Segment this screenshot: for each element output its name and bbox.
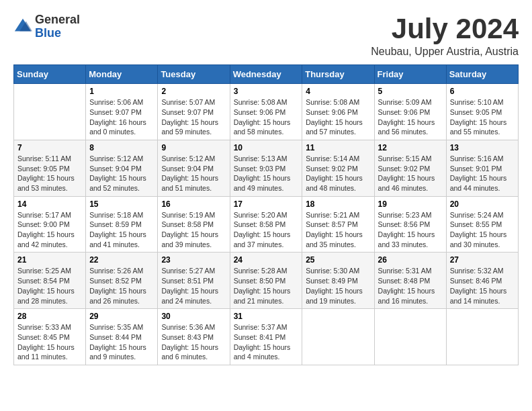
day-info: Sunrise: 5:12 AM Sunset: 9:04 PM Dayligh… [89, 154, 154, 193]
day-number: 16 [161, 199, 226, 209]
calendar-cell: 19Sunrise: 5:23 AM Sunset: 8:56 PM Dayli… [374, 196, 446, 253]
calendar-cell: 28Sunrise: 5:33 AM Sunset: 8:45 PM Dayli… [14, 309, 86, 365]
day-number: 25 [306, 255, 370, 265]
day-info: Sunrise: 5:20 AM Sunset: 8:58 PM Dayligh… [234, 210, 299, 250]
location: Neubau, Upper Austria, Austria [371, 46, 519, 58]
calendar-cell: 15Sunrise: 5:18 AM Sunset: 8:59 PM Dayli… [86, 196, 158, 253]
day-number: 3 [234, 87, 299, 96]
day-info: Sunrise: 5:23 AM Sunset: 8:56 PM Dayligh… [378, 210, 443, 250]
day-number: 4 [306, 87, 370, 96]
day-number: 23 [161, 255, 226, 265]
calendar-cell: 17Sunrise: 5:20 AM Sunset: 8:58 PM Dayli… [230, 196, 302, 253]
calendar-cell [302, 309, 374, 365]
calendar-cell [14, 84, 86, 140]
day-info: Sunrise: 5:19 AM Sunset: 8:58 PM Dayligh… [161, 210, 226, 250]
day-number: 20 [450, 199, 515, 209]
calendar-cell: 23Sunrise: 5:27 AM Sunset: 8:51 PM Dayli… [158, 253, 230, 309]
calendar-cell: 31Sunrise: 5:37 AM Sunset: 8:41 PM Dayli… [230, 309, 302, 365]
calendar-week-4: 21Sunrise: 5:25 AM Sunset: 8:54 PM Dayli… [14, 253, 519, 309]
weekday-header-saturday: Saturday [446, 65, 518, 84]
day-info: Sunrise: 5:32 AM Sunset: 8:46 PM Dayligh… [450, 266, 515, 306]
day-info: Sunrise: 5:09 AM Sunset: 9:06 PM Dayligh… [378, 97, 443, 137]
weekday-header-thursday: Thursday [302, 65, 374, 84]
calendar-cell: 13Sunrise: 5:16 AM Sunset: 9:01 PM Dayli… [446, 140, 518, 196]
day-info: Sunrise: 5:08 AM Sunset: 9:06 PM Dayligh… [234, 97, 299, 137]
day-info: Sunrise: 5:24 AM Sunset: 8:55 PM Dayligh… [450, 210, 515, 250]
weekday-header-row: SundayMondayTuesdayWednesdayThursdayFrid… [14, 65, 519, 84]
weekday-header-tuesday: Tuesday [158, 65, 230, 84]
day-number: 7 [17, 143, 82, 152]
day-info: Sunrise: 5:26 AM Sunset: 8:52 PM Dayligh… [89, 266, 154, 306]
calendar-week-1: 1Sunrise: 5:06 AM Sunset: 9:07 PM Daylig… [14, 84, 519, 140]
day-number: 2 [161, 87, 226, 96]
day-number: 5 [378, 87, 443, 96]
day-info: Sunrise: 5:07 AM Sunset: 9:07 PM Dayligh… [161, 97, 226, 137]
calendar-cell: 3Sunrise: 5:08 AM Sunset: 9:06 PM Daylig… [230, 84, 302, 140]
weekday-header-sunday: Sunday [14, 65, 86, 84]
day-number: 21 [17, 255, 82, 265]
month-title: July 2024 [371, 13, 519, 44]
day-number: 6 [450, 87, 515, 96]
day-number: 22 [89, 255, 154, 265]
calendar-cell: 9Sunrise: 5:12 AM Sunset: 9:04 PM Daylig… [158, 140, 230, 196]
day-info: Sunrise: 5:10 AM Sunset: 9:05 PM Dayligh… [450, 97, 515, 137]
day-number: 12 [378, 143, 443, 152]
calendar-cell: 18Sunrise: 5:21 AM Sunset: 8:57 PM Dayli… [302, 196, 374, 253]
day-number: 14 [17, 199, 82, 209]
calendar-cell [446, 309, 518, 365]
day-number: 1 [89, 87, 154, 96]
logo-blue: Blue [35, 26, 61, 40]
logo-icon [13, 17, 32, 36]
calendar-week-3: 14Sunrise: 5:17 AM Sunset: 9:00 PM Dayli… [14, 196, 519, 253]
day-info: Sunrise: 5:36 AM Sunset: 8:43 PM Dayligh… [161, 322, 226, 362]
day-info: Sunrise: 5:37 AM Sunset: 8:41 PM Dayligh… [234, 322, 299, 362]
day-number: 15 [89, 199, 154, 209]
logo: General Blue [13, 13, 80, 40]
day-info: Sunrise: 5:30 AM Sunset: 8:49 PM Dayligh… [306, 266, 370, 306]
day-info: Sunrise: 5:31 AM Sunset: 8:48 PM Dayligh… [378, 266, 443, 306]
calendar-cell: 30Sunrise: 5:36 AM Sunset: 8:43 PM Dayli… [158, 309, 230, 365]
logo-text: General Blue [35, 13, 80, 40]
calendar-cell: 8Sunrise: 5:12 AM Sunset: 9:04 PM Daylig… [86, 140, 158, 196]
calendar-cell: 7Sunrise: 5:11 AM Sunset: 9:05 PM Daylig… [14, 140, 86, 196]
day-number: 9 [161, 143, 226, 152]
calendar-cell: 22Sunrise: 5:26 AM Sunset: 8:52 PM Dayli… [86, 253, 158, 309]
day-info: Sunrise: 5:25 AM Sunset: 8:54 PM Dayligh… [17, 266, 82, 306]
calendar-cell: 10Sunrise: 5:13 AM Sunset: 9:03 PM Dayli… [230, 140, 302, 196]
day-info: Sunrise: 5:33 AM Sunset: 8:45 PM Dayligh… [17, 322, 82, 362]
calendar-cell: 16Sunrise: 5:19 AM Sunset: 8:58 PM Dayli… [158, 196, 230, 253]
calendar-cell [374, 309, 446, 365]
day-info: Sunrise: 5:27 AM Sunset: 8:51 PM Dayligh… [161, 266, 226, 306]
day-number: 8 [89, 143, 154, 152]
day-info: Sunrise: 5:35 AM Sunset: 8:44 PM Dayligh… [89, 322, 154, 362]
calendar-cell: 6Sunrise: 5:10 AM Sunset: 9:05 PM Daylig… [446, 84, 518, 140]
calendar-header: SundayMondayTuesdayWednesdayThursdayFrid… [14, 65, 519, 84]
day-info: Sunrise: 5:08 AM Sunset: 9:06 PM Dayligh… [306, 97, 370, 137]
day-info: Sunrise: 5:28 AM Sunset: 8:50 PM Dayligh… [234, 266, 299, 306]
calendar-cell: 24Sunrise: 5:28 AM Sunset: 8:50 PM Dayli… [230, 253, 302, 309]
calendar-cell: 25Sunrise: 5:30 AM Sunset: 8:49 PM Dayli… [302, 253, 374, 309]
day-info: Sunrise: 5:16 AM Sunset: 9:01 PM Dayligh… [450, 154, 515, 193]
calendar-cell: 21Sunrise: 5:25 AM Sunset: 8:54 PM Dayli… [14, 253, 86, 309]
calendar-cell: 20Sunrise: 5:24 AM Sunset: 8:55 PM Dayli… [446, 196, 518, 253]
calendar-cell: 14Sunrise: 5:17 AM Sunset: 9:00 PM Dayli… [14, 196, 86, 253]
calendar-cell: 11Sunrise: 5:14 AM Sunset: 9:02 PM Dayli… [302, 140, 374, 196]
day-number: 17 [234, 199, 299, 209]
weekday-header-wednesday: Wednesday [230, 65, 302, 84]
day-number: 31 [234, 312, 299, 321]
day-number: 19 [378, 199, 443, 209]
calendar-cell: 12Sunrise: 5:15 AM Sunset: 9:02 PM Dayli… [374, 140, 446, 196]
day-number: 13 [450, 143, 515, 152]
day-number: 26 [378, 255, 443, 265]
calendar-week-2: 7Sunrise: 5:11 AM Sunset: 9:05 PM Daylig… [14, 140, 519, 196]
day-number: 11 [306, 143, 370, 152]
calendar-cell: 29Sunrise: 5:35 AM Sunset: 8:44 PM Dayli… [86, 309, 158, 365]
title-block: July 2024 Neubau, Upper Austria, Austria [371, 13, 519, 58]
logo-general: General [35, 13, 80, 26]
weekday-header-monday: Monday [86, 65, 158, 84]
day-number: 10 [234, 143, 299, 152]
weekday-header-friday: Friday [374, 65, 446, 84]
day-info: Sunrise: 5:13 AM Sunset: 9:03 PM Dayligh… [234, 154, 299, 193]
day-number: 24 [234, 255, 299, 265]
day-number: 30 [161, 312, 226, 321]
